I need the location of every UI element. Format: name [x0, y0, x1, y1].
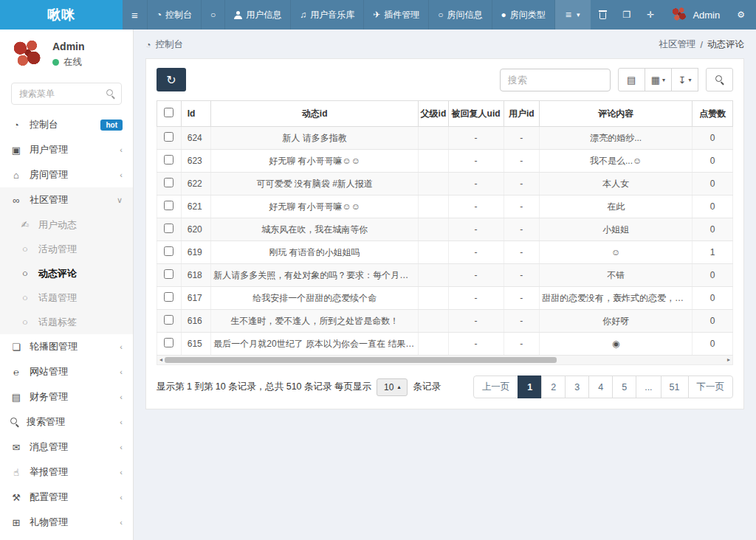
online-dot-icon [52, 59, 59, 66]
sidebar-subitem-user-feed[interactable]: ✍用户动态 [0, 212, 133, 237]
sidebar-item-community-manage[interactable]: ∞社区管理∨ [0, 187, 133, 212]
sidebar-subitem-activity-manage[interactable]: ○活动管理 [0, 237, 133, 261]
sidebar-subitem-label: 话题标签 [38, 316, 77, 329]
menu-search-input[interactable] [11, 83, 122, 105]
sidebar-item-report-manage[interactable]: ☝举报管理‹ [0, 460, 133, 485]
detail-view-button[interactable]: ▤ [618, 68, 645, 91]
ellipsis-button[interactable]: ... [636, 375, 661, 398]
app-logo[interactable]: 啾咪 [0, 0, 123, 30]
nav-item-label: 用户信息 [246, 9, 281, 21]
row-checkbox[interactable] [164, 132, 173, 142]
sidebar-subitem-topic-tags[interactable]: ○话题标签 [0, 310, 133, 334]
cell-id: 616 [181, 310, 211, 333]
scrollbar-track[interactable] [165, 356, 725, 364]
nav-item-user-music[interactable]: ♫用户音乐库 [291, 0, 364, 30]
page-size-dropdown[interactable]: 10 ▴ [377, 378, 408, 396]
row-checkbox[interactable] [164, 246, 173, 256]
pagination-info: 显示第 1 到第 10 条记录，总共 510 条记录 每页显示 10 ▴ 条记录 [157, 378, 441, 396]
row-checkbox[interactable] [164, 338, 173, 347]
sidebar-toggle-button[interactable]: ≡ [123, 0, 148, 30]
sidebar-item-finance-manage[interactable]: ▤财务管理‹ [0, 384, 133, 409]
nav-item-room-info[interactable]: ○房间信息 [429, 0, 492, 30]
page-button-5[interactable]: 5 [612, 375, 636, 398]
sidebar-subitem-feed-comments[interactable]: ○动态评论 [0, 261, 133, 285]
sidebar-subitem-label: 活动管理 [38, 243, 77, 256]
pagination-bar: 显示第 1 到第 10 条记录，总共 510 条记录 每页显示 10 ▴ 条记录… [157, 375, 733, 398]
nav-item-circle[interactable]: ○ [202, 0, 225, 30]
breadcrumb-home[interactable]: 控制台 [156, 38, 184, 51]
list-icon: ≡ [566, 9, 571, 21]
cell-reply_uid: - [448, 241, 504, 264]
sidebar-item-message-manage[interactable]: ✉消息管理‹ [0, 435, 133, 460]
sidebar-item-room-manage[interactable]: ⌂房间管理‹ [0, 162, 133, 187]
money-icon: ▤ [10, 392, 22, 403]
row-checkbox[interactable] [164, 315, 173, 325]
cell-post: 给我安排一个甜甜的恋爱续个命 [211, 287, 419, 310]
sidebar-item-banner-manage[interactable]: ❏轮播图管理‹ [0, 334, 133, 359]
row-checkbox[interactable] [164, 292, 173, 302]
scrollbar-thumb[interactable] [165, 357, 557, 363]
table-row: 621好无聊 有小哥哥嘛☺☺--在此0 [157, 195, 733, 218]
nav-item-room-type[interactable]: ●房间类型 [492, 0, 555, 30]
next-page-button[interactable]: 下一页 [688, 375, 734, 398]
sidebar-subitem-label: 用户动态 [38, 218, 77, 232]
page-button-51[interactable]: 51 [661, 375, 689, 398]
table-toolbar: ↻ ▤▦▾↧▾ [157, 68, 733, 91]
cell-post: 最后一个月就20世纪了 原本以为你会一直在 结果你不在了❤ [211, 333, 419, 356]
tasks-dropdown-button[interactable]: ≡ ▾ [555, 0, 591, 30]
sidebar-item-search-manage[interactable]: 搜索管理‹ [0, 409, 133, 435]
row-checkbox[interactable] [164, 201, 173, 210]
page-button-4[interactable]: 4 [588, 375, 613, 398]
columns-button[interactable]: ▦▾ [645, 68, 672, 91]
breadcrumb-page: 动态评论 [707, 38, 744, 51]
export-button[interactable]: ↧▾ [671, 68, 698, 91]
refresh-button[interactable]: ↻ [157, 68, 186, 91]
cell-likes: 0 [693, 287, 733, 310]
cell-likes: 0 [693, 150, 733, 173]
cell-parent [419, 333, 449, 356]
copy-button[interactable]: ❐ [615, 0, 639, 30]
row-checkbox[interactable] [164, 224, 173, 233]
sidebar-item-label: 轮播图管理 [30, 340, 78, 353]
nav-item-console[interactable]: ◔控制台 [148, 0, 202, 30]
cell-comment: ☺ [539, 241, 692, 264]
table-search-input[interactable] [500, 69, 611, 91]
prev-page-button[interactable]: 上一页 [473, 375, 519, 398]
cell-id: 615 [181, 333, 211, 356]
report-icon: ☝ [10, 467, 22, 478]
trash-button[interactable] [591, 0, 615, 30]
column-header: 点赞数 [693, 101, 733, 127]
table-row: 619刚玩 有语音的小姐姐吗--☺1 [157, 241, 733, 264]
expand-button[interactable]: ✛ [639, 0, 662, 30]
settings-button[interactable]: ⚙ [729, 0, 756, 30]
table-search-button[interactable] [706, 68, 733, 91]
online-status: 在线 [63, 56, 82, 69]
page-button-3[interactable]: 3 [565, 375, 589, 398]
sidebar-item-config-manage[interactable]: ⚒配置管理‹ [0, 485, 133, 510]
page-button-2[interactable]: 2 [541, 375, 566, 398]
cell-likes: 0 [693, 310, 733, 333]
sidebar-item-site-manage[interactable]: ℮网站管理‹ [0, 359, 133, 384]
page-button-1[interactable]: 1 [518, 375, 542, 398]
table-header-row: Id动态id父级id被回复人uid用户id评论内容点赞数 [157, 101, 733, 127]
hamburger-icon: ≡ [131, 9, 138, 21]
select-all-checkbox[interactable] [164, 108, 173, 117]
sidebar-subitem-topic-manage[interactable]: ○话题管理 [0, 285, 133, 310]
nav-item-plugin-manage[interactable]: ✈插件管理 [364, 0, 429, 30]
horizontal-scrollbar[interactable]: ◂ ▸ [157, 356, 733, 365]
admin-menu[interactable]: Admin [662, 0, 729, 30]
row-checkbox[interactable] [164, 269, 173, 279]
sidebar-item-goods-manage[interactable]: ○物品管理 [0, 535, 133, 540]
nav-item-user-info[interactable]: 用户信息 [225, 0, 291, 30]
scroll-right-icon[interactable]: ▸ [725, 357, 732, 363]
sidebar-item-console[interactable]: ◔控制台hot [0, 112, 133, 137]
user-avatar [11, 38, 44, 71]
scroll-left-icon[interactable]: ◂ [157, 357, 165, 363]
cell-post: 城东风在吹，我在城南等你 [211, 218, 419, 241]
sidebar-item-gift-manage[interactable]: ⊞礼物管理‹ [0, 510, 133, 535]
caret-down-icon: ▾ [688, 77, 691, 83]
row-checkbox[interactable] [164, 155, 173, 165]
row-checkbox[interactable] [164, 178, 173, 187]
expand-icon: ✛ [647, 10, 654, 20]
sidebar-item-user-manage[interactable]: ▣用户管理‹ [0, 137, 133, 162]
